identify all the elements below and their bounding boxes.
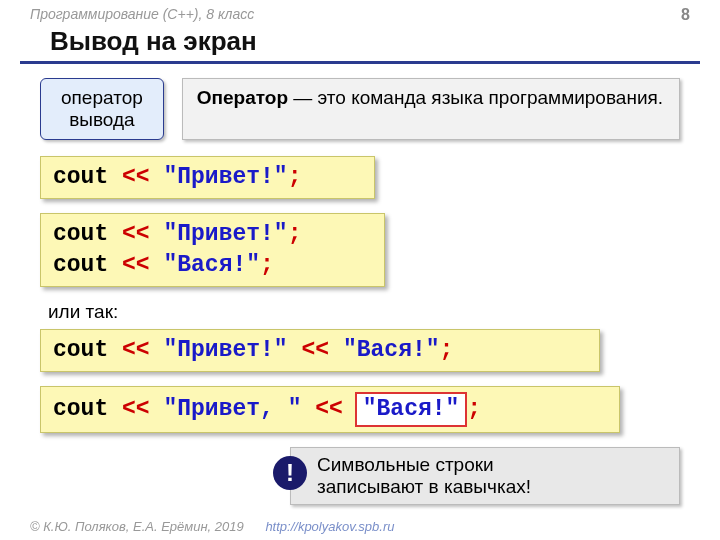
copyright: © К.Ю. Поляков, Е.А. Ерёмин, 2019: [30, 519, 244, 534]
kw: cout: [53, 337, 108, 363]
code-block-1: cout << "Привет!";: [40, 156, 375, 199]
exclamation-icon: !: [273, 456, 307, 490]
str: "Привет!": [163, 221, 287, 247]
hl-str: "Вася!": [363, 396, 460, 422]
str: "Вася!": [343, 337, 440, 363]
note-row: ! Символьные строки записывают в кавычка…: [0, 447, 680, 505]
kw: cout: [53, 396, 108, 422]
definition-rest: — это команда языка программирования.: [288, 87, 663, 108]
str: "Привет!": [163, 164, 287, 190]
op: <<: [122, 337, 150, 363]
kw: cout: [53, 252, 108, 278]
kw: cout: [53, 164, 108, 190]
op: <<: [122, 252, 150, 278]
code-block-4: cout << "Привет, " << "Вася!";: [40, 386, 620, 433]
str: "Привет, ": [163, 396, 301, 422]
op: <<: [302, 337, 330, 363]
semi: ;: [467, 396, 481, 422]
kw: cout: [53, 221, 108, 247]
header: Программирование (C++), 8 класс 8: [0, 0, 720, 26]
str: "Вася!": [163, 252, 260, 278]
definition-term: Оператор: [197, 87, 288, 108]
code-block-3: cout << "Привет!" << "Вася!";: [40, 329, 600, 372]
footer-url: http://kpolyakov.spb.ru: [265, 519, 394, 534]
callout-operator: оператор вывода: [40, 78, 164, 140]
note-box: ! Символьные строки записывают в кавычка…: [290, 447, 680, 505]
note-line1: Символьные строки: [317, 454, 665, 476]
callout-line1: оператор: [61, 87, 143, 109]
callout-line2: вывода: [61, 109, 143, 131]
semi: ;: [440, 337, 454, 363]
footer: © К.Ю. Поляков, Е.А. Ерёмин, 2019 http:/…: [30, 519, 394, 534]
op: <<: [315, 396, 343, 422]
highlight-box: "Вася!": [355, 392, 468, 427]
op: <<: [122, 221, 150, 247]
intro-row: оператор вывода Оператор — это команда я…: [0, 78, 720, 140]
semi: ;: [288, 164, 302, 190]
str: "Привет!": [163, 337, 287, 363]
course-label: Программирование (C++), 8 класс: [30, 6, 254, 24]
page-title: Вывод на экран: [20, 26, 700, 64]
op: <<: [122, 164, 150, 190]
or-label: или так:: [0, 301, 720, 329]
op: <<: [122, 396, 150, 422]
definition-box: Оператор — это команда языка программиро…: [182, 78, 680, 140]
semi: ;: [288, 221, 302, 247]
note-line2: записывают в кавычках!: [317, 476, 665, 498]
page-number: 8: [681, 6, 690, 24]
semi: ;: [260, 252, 274, 278]
code-block-2: cout << "Привет!"; cout << "Вася!";: [40, 213, 385, 287]
